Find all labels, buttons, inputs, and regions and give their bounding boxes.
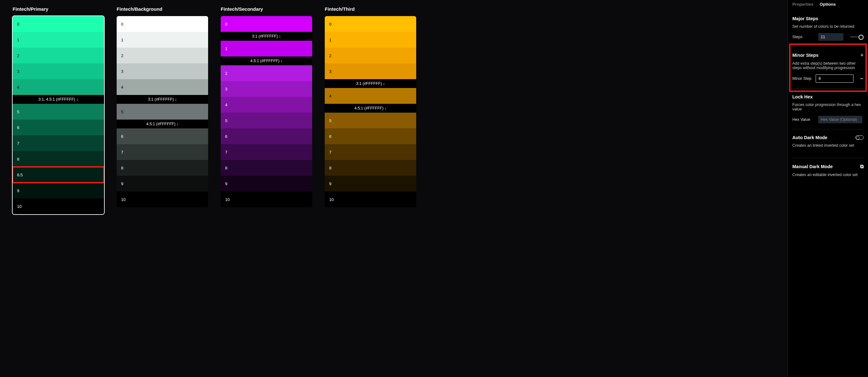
color-swatch[interactable]: 9 (221, 176, 312, 192)
color-swatch[interactable]: 6 (221, 128, 312, 144)
color-swatch[interactable]: 2 (221, 65, 312, 81)
color-swatch[interactable]: 10 (221, 192, 312, 207)
color-swatch[interactable]: 8 (12, 151, 104, 167)
remove-minor-step-button[interactable]: − (860, 75, 864, 82)
lock-hex-section: Lock Hex Forces color progression throug… (792, 89, 864, 129)
color-swatch[interactable]: 8 (221, 160, 312, 176)
color-swatch[interactable]: 8 (117, 160, 208, 176)
swatch-stack[interactable]: 012343:1, 4.5:1 (#FFFFFF) ↓56788.5910 (12, 16, 104, 214)
auto-dark-title: Auto Dark Mode (792, 135, 827, 140)
color-swatch[interactable]: 5 (12, 104, 104, 120)
color-swatch[interactable]: 9 (117, 176, 208, 192)
contrast-divider: 3:1 (#FFFFFF) ↓ (117, 95, 208, 104)
palette-column: Fintech/Third01233:1 (#FFFFFF) ↓44.5:1 (… (325, 6, 416, 371)
color-swatch[interactable]: 4 (221, 97, 312, 113)
color-swatch[interactable]: 0 (221, 16, 312, 32)
hex-value-label: Hex Value (792, 117, 814, 122)
color-swatch[interactable]: 4 (117, 79, 208, 95)
palettes-canvas: Fintech/Primary012343:1, 4.5:1 (#FFFFFF)… (0, 0, 787, 377)
color-swatch[interactable]: 2 (117, 48, 208, 63)
color-swatch[interactable]: 9 (12, 183, 104, 198)
color-swatch[interactable]: 8.5 (12, 167, 104, 183)
swatch-stack[interactable]: 03:1 (#FFFFFF) ↓14.5:1 (#FFFFFF) ↓234567… (221, 16, 312, 207)
manual-dark-title: Manual Dark Mode (792, 164, 833, 169)
color-swatch[interactable]: 7 (325, 144, 416, 160)
panel-tabs: Properties Options (792, 0, 864, 10)
minor-steps-section: Minor Steps + Add extra step(s) between … (792, 47, 864, 89)
color-swatch[interactable]: 2 (12, 48, 104, 63)
minor-steps-title: Minor Steps (792, 53, 818, 58)
palette-title: Fintech/Primary (12, 6, 104, 12)
color-swatch[interactable]: 5 (325, 113, 416, 128)
color-swatch[interactable]: 7 (117, 144, 208, 160)
color-swatch[interactable]: 1 (221, 41, 312, 56)
minor-steps-desc: Add extra step(s) between two other step… (792, 61, 864, 70)
auto-dark-toggle[interactable] (856, 135, 864, 140)
color-swatch[interactable]: 10 (117, 192, 208, 207)
minor-step-input[interactable] (816, 75, 854, 83)
color-swatch[interactable]: 3 (221, 81, 312, 97)
color-swatch[interactable]: 1 (117, 32, 208, 48)
tab-properties[interactable]: Properties (792, 2, 813, 7)
color-swatch[interactable]: 8 (325, 160, 416, 176)
tab-options[interactable]: Options (820, 2, 836, 7)
color-swatch[interactable]: 0 (12, 16, 104, 32)
auto-dark-desc: Creates an linked inverted color set (792, 143, 864, 148)
contrast-divider: 4.5:1 (#FFFFFF) ↓ (325, 104, 416, 113)
color-swatch[interactable]: 10 (12, 198, 104, 214)
copy-icon[interactable]: ⧉ (860, 164, 864, 169)
color-swatch[interactable]: 10 (325, 192, 416, 207)
color-swatch[interactable]: 6 (12, 120, 104, 135)
color-swatch[interactable]: 4 (12, 79, 104, 95)
color-swatch[interactable]: 1 (325, 32, 416, 48)
lock-hex-title: Lock Hex (792, 94, 864, 99)
color-swatch[interactable]: 4 (325, 88, 416, 104)
hex-value-input[interactable] (818, 116, 862, 123)
minor-step-label: Minor Step (792, 76, 812, 81)
color-swatch[interactable]: 2 (325, 48, 416, 63)
swatch-stack[interactable]: 01233:1 (#FFFFFF) ↓44.5:1 (#FFFFFF) ↓567… (325, 16, 416, 207)
major-steps-title: Major Steps (792, 16, 864, 21)
color-swatch[interactable]: 0 (325, 16, 416, 32)
major-steps-section: Major Steps Set number of colors to be r… (792, 10, 864, 47)
color-swatch[interactable]: 5 (117, 104, 208, 120)
color-swatch[interactable]: 1 (12, 32, 104, 48)
steps-slider[interactable] (850, 37, 864, 37)
color-swatch[interactable]: 9 (325, 176, 416, 192)
contrast-divider: 3:1 (#FFFFFF) ↓ (325, 79, 416, 88)
add-minor-step-button[interactable]: + (860, 52, 864, 58)
palette-title: Fintech/Third (325, 6, 416, 12)
color-swatch[interactable]: 0 (117, 16, 208, 32)
contrast-divider: 4.5:1 (#FFFFFF) ↓ (221, 56, 312, 65)
contrast-divider: 3:1, 4.5:1 (#FFFFFF) ↓ (12, 95, 104, 104)
major-steps-desc: Set number of colors to be returned (792, 24, 864, 29)
auto-dark-section: Auto Dark Mode Creates an linked inverte… (792, 129, 864, 158)
color-swatch[interactable]: 6 (325, 128, 416, 144)
lock-hex-desc: Forces color progression through a hex v… (792, 103, 864, 111)
palette-title: Fintech/Background (117, 6, 208, 12)
palette-column: Fintech/Background012343:1 (#FFFFFF) ↓54… (117, 6, 208, 371)
color-swatch[interactable]: 3 (12, 63, 104, 79)
steps-label: Steps (792, 35, 814, 39)
palette-title: Fintech/Secondary (221, 6, 312, 12)
swatch-stack[interactable]: 012343:1 (#FFFFFF) ↓54.5:1 (#FFFFFF) ↓67… (117, 16, 208, 207)
color-swatch[interactable]: 7 (221, 144, 312, 160)
palette-column: Fintech/Primary012343:1, 4.5:1 (#FFFFFF)… (12, 6, 104, 371)
manual-dark-section: Manual Dark Mode ⧉ Creates an editable i… (792, 158, 864, 187)
contrast-divider: 4.5:1 (#FFFFFF) ↓ (117, 120, 208, 128)
color-swatch[interactable]: 7 (12, 135, 104, 151)
steps-input[interactable] (818, 33, 843, 41)
color-swatch[interactable]: 6 (117, 128, 208, 144)
manual-dark-desc: Creates an editable inverted color set (792, 173, 864, 177)
color-swatch[interactable]: 3 (325, 63, 416, 79)
contrast-divider: 3:1 (#FFFFFF) ↓ (221, 32, 312, 41)
palette-column: Fintech/Secondary03:1 (#FFFFFF) ↓14.5:1 … (221, 6, 312, 371)
options-panel: Properties Options Major Steps Set numbe… (787, 0, 868, 377)
color-swatch[interactable]: 5 (221, 113, 312, 128)
color-swatch[interactable]: 3 (117, 63, 208, 79)
